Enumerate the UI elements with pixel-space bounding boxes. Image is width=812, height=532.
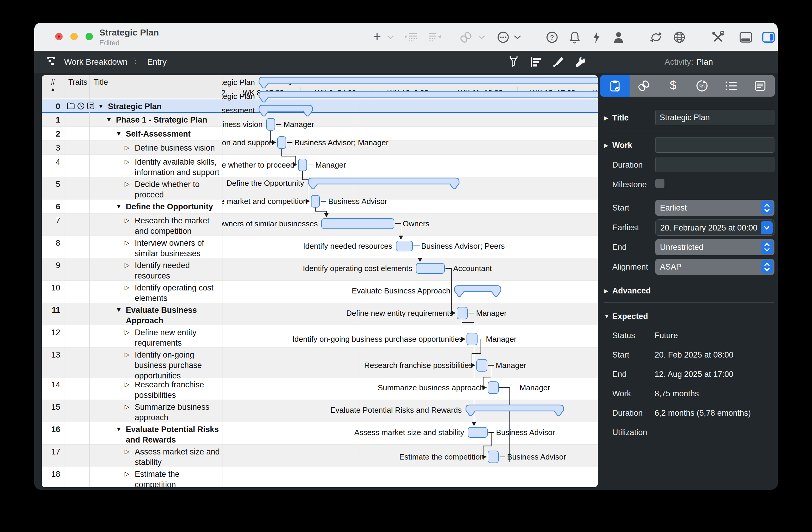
gantt-task-bar[interactable] [457, 307, 468, 319]
outdent-icon[interactable] [428, 30, 441, 44]
expand-icon[interactable]: ▷ [125, 239, 129, 246]
expand-icon[interactable]: ▷ [125, 381, 129, 388]
gantt-task-bar[interactable] [468, 427, 488, 438]
gantt-task-bar[interactable] [488, 382, 499, 394]
gantt-task-bar[interactable] [321, 218, 394, 229]
tools-icon[interactable] [711, 30, 725, 44]
expand-icon[interactable]: ▷ [125, 158, 129, 165]
gantt-task-bar[interactable] [311, 195, 320, 207]
title-disclosure-icon[interactable]: ▶ [604, 115, 608, 121]
advanced-disclosure-icon[interactable]: ▶ [604, 287, 608, 294]
work-input[interactable] [655, 137, 774, 153]
bottom-panel-toggle-icon[interactable] [739, 30, 753, 44]
expand-icon[interactable]: ▷ [125, 403, 129, 410]
collapse-icon[interactable]: ▼ [98, 103, 104, 110]
column-header-title[interactable]: Title [93, 77, 108, 87]
sort-ascending-icon[interactable]: ▲ [42, 86, 64, 92]
collapse-icon[interactable]: ▼ [106, 116, 112, 123]
gantt-summary-bar[interactable] [259, 91, 598, 104]
row-title-cell[interactable]: ▷Identify on-going business purchase opp… [89, 348, 221, 381]
folder-icon[interactable] [67, 102, 75, 111]
row-title-cell[interactable]: ▷Decide whether to proceed [89, 177, 221, 200]
settings-wrench-icon[interactable] [574, 55, 588, 69]
expand-icon[interactable]: ▷ [125, 261, 129, 269]
column-header-traits[interactable]: Traits [68, 77, 87, 87]
gantt-summary-bar[interactable] [259, 105, 314, 118]
duration-input[interactable] [655, 157, 774, 172]
clock-icon[interactable] [77, 102, 85, 111]
gantt-task-bar[interactable] [266, 118, 275, 131]
stepper-icon[interactable] [761, 201, 773, 214]
notifications-bell-icon[interactable] [568, 30, 582, 44]
row-title-cell[interactable]: ▷Research franchise possibilities [89, 377, 221, 401]
globe-icon[interactable] [672, 30, 686, 44]
link-options-chevron-icon[interactable] [475, 30, 489, 44]
table-row[interactable]: 18▷Estimate the competition [42, 467, 598, 487]
row-title-cell[interactable]: ▼Phase 1 - Strategic Plan [89, 113, 221, 125]
column-divider[interactable] [89, 75, 90, 487]
work-disclosure-icon[interactable]: ▶ [604, 142, 608, 149]
row-title-cell[interactable]: ▷Estimate the competition [89, 467, 221, 487]
zoom-button[interactable] [86, 33, 93, 40]
column-header-number[interactable]: # [42, 77, 64, 87]
collapse-icon[interactable]: ▼ [116, 130, 122, 137]
end-popup[interactable]: Unrestricted [655, 239, 774, 255]
date-dropdown-icon[interactable] [761, 221, 773, 234]
breadcrumb-view[interactable]: Work Breakdown [64, 57, 128, 67]
start-popup[interactable]: Earliest [655, 200, 774, 216]
row-title-cell[interactable]: ▷Assess market size and stability [89, 445, 221, 468]
row-title-cell[interactable]: ▷Identify available skills, information … [89, 155, 221, 178]
collapse-icon[interactable]: ▼ [116, 426, 122, 433]
expand-icon[interactable]: ▷ [125, 217, 129, 224]
expand-icon[interactable]: ▷ [125, 144, 129, 151]
row-title-cell[interactable]: ▷Define new entity requirements [89, 325, 221, 348]
inspector-tab-clipboard-check-icon[interactable] [600, 75, 629, 97]
expand-icon[interactable]: ▷ [125, 470, 129, 477]
alignment-popup[interactable]: ASAP [655, 259, 774, 275]
inspector-tab-note-icon[interactable] [746, 75, 775, 97]
row-title-cell[interactable]: ▼Evaluate Business Approach [89, 303, 221, 326]
stepper-icon[interactable] [761, 241, 773, 254]
row-title-cell[interactable]: ▷Interview owners of similar businesses [89, 236, 221, 259]
add-options-chevron-icon[interactable] [383, 30, 397, 44]
user-icon[interactable] [612, 30, 625, 44]
gantt-summary-bar[interactable] [308, 177, 460, 191]
collapse-icon[interactable]: ▼ [116, 203, 122, 210]
row-title-cell[interactable]: ▷Define business vision [89, 141, 221, 153]
gantt-task-bar[interactable] [396, 241, 413, 251]
bolt-icon[interactable] [590, 30, 603, 44]
gantt-task-bar[interactable] [488, 450, 499, 463]
outline-icon[interactable] [529, 55, 543, 69]
gantt-summary-bar[interactable] [454, 285, 502, 299]
gantt-task-bar[interactable] [466, 333, 478, 345]
expand-icon[interactable]: ▷ [125, 284, 129, 291]
row-title-cell[interactable]: ▼Strategic Plan [89, 99, 221, 112]
inspector-tab-list-icon[interactable] [716, 75, 746, 97]
row-title-cell[interactable]: ▷Identify needed resources [89, 258, 221, 281]
row-title-cell[interactable]: ▷Research the market and competition [89, 214, 221, 236]
close-button[interactable] [55, 33, 62, 40]
sync-icon[interactable] [649, 30, 663, 44]
row-title-cell[interactable]: ▷Summarize business approach [89, 400, 221, 423]
inspector-tab-link-icon[interactable] [629, 75, 659, 97]
expand-icon[interactable]: ▷ [125, 351, 129, 358]
milestone-checkbox[interactable] [655, 179, 665, 188]
more-actions-icon[interactable] [496, 30, 510, 44]
row-title-cell[interactable]: ▷Identify operating cost elements [89, 281, 221, 304]
style-brush-icon[interactable] [551, 55, 565, 69]
add-button[interactable]: + [370, 30, 384, 44]
expand-icon[interactable]: ▷ [125, 329, 129, 336]
expand-icon[interactable]: ▷ [125, 448, 129, 455]
breadcrumb[interactable]: Work Breakdown 〉 Entry [47, 51, 166, 73]
gantt-task-bar[interactable] [416, 263, 445, 274]
inspector-tab-percent-cycle-icon[interactable]: % [688, 75, 717, 97]
indent-icon[interactable] [404, 30, 418, 44]
stepper-icon[interactable] [761, 260, 773, 273]
expected-disclosure-icon[interactable]: ▼ [604, 313, 610, 320]
row-title-cell[interactable]: ▼Self-Assessment [89, 127, 221, 139]
help-icon[interactable]: ? [545, 30, 559, 44]
breadcrumb-mode[interactable]: Entry [147, 57, 166, 67]
gantt-summary-bar[interactable] [465, 404, 565, 418]
expand-icon[interactable]: ▷ [125, 181, 129, 188]
more-actions-chevron-icon[interactable] [511, 30, 524, 44]
